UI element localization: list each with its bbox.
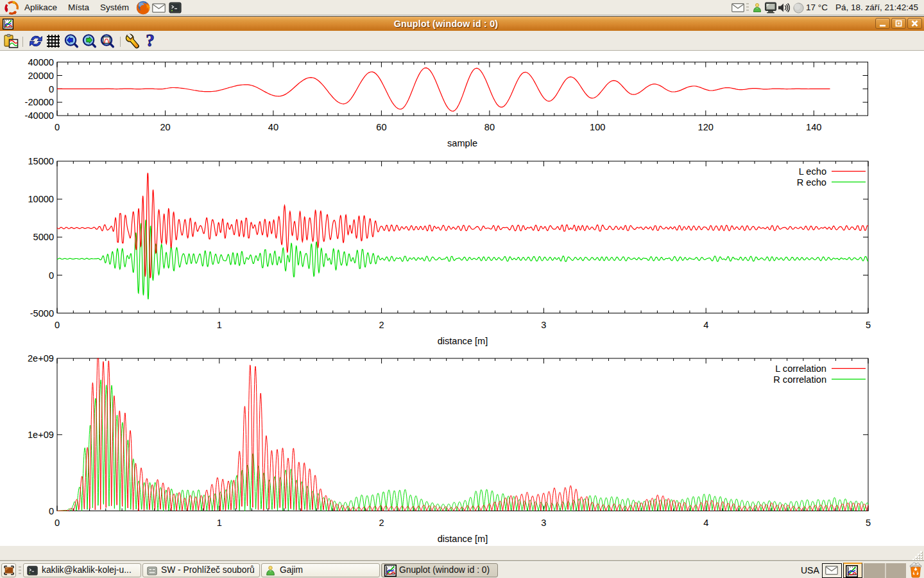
svg-text:?: ? (146, 32, 155, 49)
svg-text:60: 60 (376, 122, 386, 132)
svg-text:distance [m]: distance [m] (438, 534, 488, 544)
svg-text:20000: 20000 (28, 71, 54, 81)
svg-text:R correlation: R correlation (773, 374, 826, 385)
svg-text:L correlation: L correlation (775, 363, 826, 374)
svg-text:distance [m]: distance [m] (438, 336, 488, 346)
svg-text:sample: sample (447, 138, 477, 148)
svg-text:2e+09: 2e+09 (28, 353, 54, 363)
svg-text:-5000: -5000 (30, 308, 54, 319)
svg-text:5: 5 (866, 320, 871, 330)
svg-text:0: 0 (55, 122, 60, 132)
svg-text:L echo: L echo (799, 166, 826, 177)
svg-text:4: 4 (703, 518, 708, 528)
svg-text:40: 40 (268, 122, 278, 132)
svg-text:1: 1 (217, 320, 222, 330)
svg-text:0: 0 (49, 270, 54, 281)
svg-text:3: 3 (541, 320, 546, 330)
svg-text:4: 4 (703, 320, 708, 330)
svg-text:R echo: R echo (797, 177, 826, 188)
svg-text:0: 0 (55, 320, 60, 330)
svg-text:20: 20 (160, 122, 170, 132)
svg-text:140: 140 (806, 122, 821, 132)
svg-text:1: 1 (217, 518, 222, 528)
svg-text:0: 0 (55, 518, 60, 528)
svg-text:-20000: -20000 (25, 97, 54, 107)
svg-text:80: 80 (484, 122, 495, 132)
svg-text:15000: 15000 (28, 156, 54, 166)
svg-text:10000: 10000 (28, 194, 54, 204)
svg-text:0: 0 (49, 506, 54, 516)
svg-text:120: 120 (698, 122, 714, 132)
svg-text:0: 0 (49, 84, 54, 94)
svg-text:3: 3 (541, 518, 546, 528)
svg-text:2: 2 (379, 320, 384, 330)
svg-text:1e+09: 1e+09 (28, 430, 54, 440)
svg-text:40000: 40000 (28, 57, 54, 67)
svg-text:5: 5 (866, 518, 871, 528)
svg-text:-40000: -40000 (25, 110, 54, 121)
svg-text:5000: 5000 (33, 232, 54, 242)
svg-text:100: 100 (590, 122, 605, 132)
svg-text:2: 2 (379, 518, 384, 528)
